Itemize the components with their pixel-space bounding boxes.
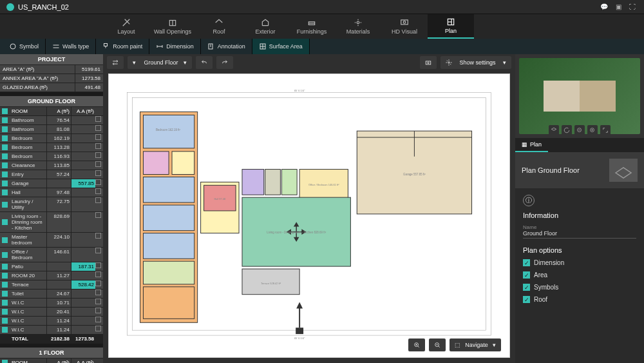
row-check[interactable]: [2, 273, 8, 279]
row-toggle[interactable]: [95, 152, 101, 158]
panel-tab-plan[interactable]: ▦Plan: [515, 138, 548, 152]
preview-rotate-icon[interactable]: [562, 125, 572, 135]
info-icon[interactable]: ⓘ: [523, 195, 535, 206]
plan-name-input[interactable]: Ground Floor: [523, 230, 636, 239]
table-row[interactable]: Master bedroom224.10: [0, 233, 103, 248]
row-check[interactable]: [2, 264, 8, 270]
row-check[interactable]: [2, 202, 8, 208]
preview-zoom-out-icon[interactable]: [574, 125, 585, 135]
table-row[interactable]: Bedroom113.28: [0, 143, 103, 152]
row-toggle[interactable]: [95, 280, 101, 286]
redo-button[interactable]: [216, 56, 233, 69]
preview-layers-icon[interactable]: [549, 125, 559, 135]
table-row[interactable]: Bedroom162.19: [0, 134, 103, 143]
row-check[interactable]: [2, 252, 8, 258]
chat-icon[interactable]: 💬: [599, 2, 609, 12]
zoom-out-button[interactable]: [429, 338, 446, 351]
option-check[interactable]: [523, 271, 530, 279]
row-toggle[interactable]: [95, 161, 101, 167]
swap-icon[interactable]: [107, 56, 124, 69]
subtab-symbol[interactable]: Symbol: [3, 39, 46, 54]
table-row[interactable]: Terrace528.42: [0, 280, 103, 289]
row-check[interactable]: [2, 219, 8, 225]
table-row[interactable]: W.I.C10.71: [0, 299, 103, 308]
row-toggle[interactable]: [95, 317, 101, 322]
row-toggle[interactable]: [95, 299, 101, 304]
table-row[interactable]: Bathroom81.08: [0, 125, 103, 134]
fullscreen-icon[interactable]: ⛶: [627, 2, 638, 12]
tab-roof[interactable]: Roof: [196, 14, 242, 39]
row-toggle[interactable]: [95, 271, 101, 277]
tab-furnishings[interactable]: Furnishings: [289, 14, 335, 39]
row-toggle[interactable]: [95, 262, 101, 268]
row-check[interactable]: [2, 309, 8, 315]
floor-selector[interactable]: ▾Ground Floor▾: [128, 56, 192, 69]
tab-materials[interactable]: Materials: [335, 14, 381, 39]
table-row[interactable]: Laundry / Utility72.75: [0, 197, 103, 212]
row-toggle[interactable]: [95, 308, 101, 313]
row-check[interactable]: [2, 181, 8, 186]
show-settings-dropdown[interactable]: Show settings▾: [440, 56, 511, 69]
row-toggle[interactable]: [95, 179, 101, 185]
table-row[interactable]: W.I.C20.41: [0, 308, 103, 317]
floor-plan-canvas[interactable]: 65' 6 1/4" 65' 6 1/4" Bedroom 162.19 ft²…: [108, 74, 510, 358]
tab-layout[interactable]: Layout: [103, 14, 149, 39]
row-check[interactable]: [2, 300, 8, 306]
subtab-dimension[interactable]: Dimension: [149, 39, 201, 54]
row-toggle[interactable]: [95, 134, 101, 140]
plan-option[interactable]: Dimension: [523, 259, 636, 266]
preview-zoom-in-icon[interactable]: [587, 125, 598, 135]
camera-icon[interactable]: [420, 56, 437, 69]
row-toggle[interactable]: [95, 143, 101, 149]
table-row[interactable]: Office / Bedroom146.61: [0, 248, 103, 262]
row-check[interactable]: [2, 153, 8, 159]
tab-wall-openings[interactable]: Wall Openings: [149, 14, 196, 39]
row-toggle[interactable]: [95, 170, 101, 176]
table-row[interactable]: Patio187.31: [0, 262, 103, 271]
row-check[interactable]: [2, 162, 8, 168]
subtab-surface-area[interactable]: Surface Area: [252, 39, 310, 54]
plan-option[interactable]: Roof: [523, 296, 636, 303]
row-check[interactable]: [2, 135, 8, 141]
row-check[interactable]: [2, 126, 8, 132]
row-toggle[interactable]: [95, 125, 101, 131]
check-all-floor1[interactable]: [2, 360, 8, 363]
row-check[interactable]: [2, 190, 8, 195]
row-check[interactable]: [2, 282, 8, 288]
row-toggle[interactable]: [95, 289, 101, 295]
option-check[interactable]: [523, 284, 530, 291]
table-row[interactable]: Toilet24.67: [0, 289, 103, 299]
subtab-room-paint[interactable]: Room paint: [96, 39, 149, 54]
tab-plan[interactable]: Plan: [428, 14, 474, 39]
table-row[interactable]: Clearance113.85: [0, 161, 103, 170]
table-row[interactable]: Living room - Dinning room - Kitchen828.…: [0, 212, 103, 233]
row-toggle[interactable]: [95, 233, 101, 239]
table-row[interactable]: Garage557.85: [0, 179, 103, 188]
row-toggle[interactable]: [95, 188, 101, 194]
3d-preview[interactable]: [515, 54, 644, 138]
table-row[interactable]: W.I.C11.24: [0, 326, 103, 335]
table-row[interactable]: W.I.C11.24: [0, 317, 103, 326]
tab-hd-visual[interactable]: HD Visual: [381, 14, 428, 39]
table-row[interactable]: Bathroom76.54: [0, 116, 103, 125]
table-row[interactable]: Entry57.24: [0, 170, 103, 179]
check-all-ground[interactable]: [2, 108, 8, 114]
tab-exterior[interactable]: Exterior: [242, 14, 289, 39]
preview-expand-icon[interactable]: [600, 125, 611, 135]
row-check[interactable]: [2, 291, 8, 297]
row-toggle[interactable]: [95, 116, 101, 122]
window-icon[interactable]: ▣: [613, 2, 623, 12]
row-check[interactable]: [2, 327, 8, 333]
plan-option[interactable]: Area: [523, 271, 636, 279]
row-check[interactable]: [2, 117, 8, 123]
row-check[interactable]: [2, 318, 8, 324]
row-toggle[interactable]: [95, 248, 101, 253]
plan-option[interactable]: Symbols: [523, 284, 636, 291]
row-toggle[interactable]: [95, 326, 101, 331]
undo-button[interactable]: [196, 56, 213, 69]
row-check[interactable]: [2, 237, 8, 243]
row-check[interactable]: [2, 144, 8, 150]
row-toggle[interactable]: [95, 212, 101, 218]
subtab-walls-type[interactable]: Walls type: [46, 39, 96, 54]
row-check[interactable]: [2, 172, 8, 177]
